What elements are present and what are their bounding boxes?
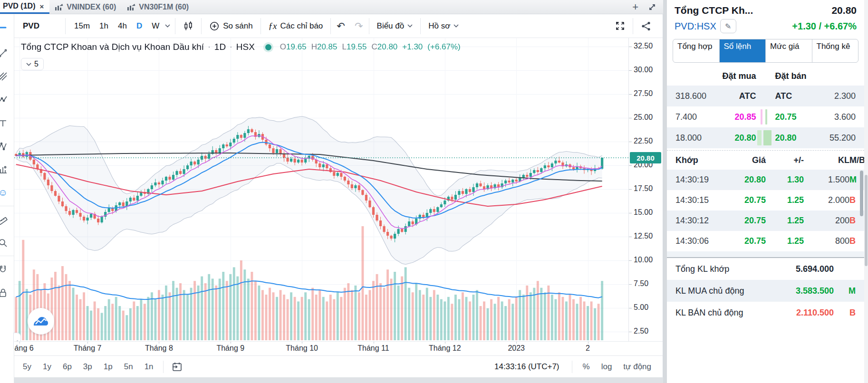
chevron-down-icon[interactable] <box>165 24 170 28</box>
range-6m[interactable]: 6p <box>57 359 77 374</box>
log-scale-button[interactable]: log <box>597 359 617 374</box>
text-tool-icon[interactable] <box>0 111 12 134</box>
trade-row[interactable]: 14:30:15 20.75 1.25 2.000 B <box>667 190 864 211</box>
summary-label: KL MUA chủ động <box>675 286 762 296</box>
edit-symbol-button[interactable]: ✎ <box>720 19 736 33</box>
book-row[interactable]: 7.400 20.85 20.75 3.600 <box>667 106 864 127</box>
emoji-tool-icon[interactable]: ☺ <box>0 181 12 204</box>
page-scrollbar-thumb[interactable] <box>865 175 868 266</box>
chevron-down-icon <box>407 24 413 28</box>
time-tick-label: 2023 <box>508 344 525 353</box>
interval-1d[interactable]: D <box>133 19 146 33</box>
lock-tool-icon[interactable] <box>0 281 12 304</box>
trade-change: 1.25 <box>766 195 804 205</box>
order-book-header: Đặt mua Đặt bán <box>667 67 864 86</box>
tab-statistics[interactable]: Thống kê <box>812 39 858 62</box>
indicators-collapse-button[interactable]: 5 <box>21 58 44 70</box>
time-tick-label: 2 <box>586 344 590 353</box>
buy-price: ATC <box>713 91 756 101</box>
redo-icon[interactable]: ↷ <box>350 20 368 32</box>
trade-row[interactable]: 14:30:12 20.75 1.25 200 B <box>667 211 864 231</box>
tab-pvd[interactable]: PVD (1D) × <box>0 0 49 14</box>
auto-scale-button[interactable]: tự động <box>618 359 656 374</box>
book-row[interactable]: 18.000 20.80 20.80 55.200 <box>667 127 864 148</box>
price-chart[interactable]: 32.5030.0027.5025.0022.5020.0017.5015.00… <box>14 38 663 341</box>
price-chart-canvas[interactable] <box>14 38 629 341</box>
tab-price-levels[interactable]: Mức giá <box>766 39 812 62</box>
chart-menu-button[interactable]: Biểu đồ <box>370 18 420 34</box>
time-tick <box>231 342 231 344</box>
price-tick-label: 10.00 <box>629 256 663 264</box>
tab-vnindex-label: VNINDEX (60) <box>67 3 116 11</box>
price-tick-label: 7.50 <box>629 279 663 288</box>
trade-row-clipped[interactable]: 14:30:04 20.80 1.30 1.000 M <box>667 251 864 257</box>
fullscreen-button[interactable] <box>608 18 632 34</box>
trade-price: 20.80 <box>725 257 766 257</box>
percent-scale-button[interactable]: % <box>578 359 595 374</box>
drawing-tools-rail: ☺ <box>0 14 14 383</box>
trade-row[interactable]: 14:30:06 20.75 1.25 800 B <box>667 231 864 251</box>
sell-price: ATC <box>775 91 819 101</box>
compare-button[interactable]: So sánh <box>203 18 259 34</box>
legend-separator: · <box>230 42 232 52</box>
zoom-tool-icon[interactable] <box>0 231 12 254</box>
summary-row: Tổng KL khớp 5.694.000 <box>667 258 864 280</box>
chart-style-button[interactable] <box>176 18 200 34</box>
range-1y[interactable]: 1y <box>37 359 57 374</box>
ticker-label[interactable]: PVD:HSX <box>675 21 716 32</box>
tab-overview[interactable]: Tổng hợp <box>673 39 720 62</box>
legend-title[interactable]: Tổng CTCP Khoan và Dịch vụ Khoan Dầu khí <box>21 42 204 52</box>
range-1d[interactable]: 1n <box>139 359 159 374</box>
xabcd-tool-icon[interactable] <box>0 134 12 158</box>
price-tick-label: 15.00 <box>629 208 663 217</box>
chart-legend: Tổng CTCP Khoan và Dịch vụ Khoan Dầu khí… <box>21 42 461 52</box>
trade-side: B <box>849 216 856 226</box>
measure-tool-icon[interactable] <box>0 208 12 231</box>
time-tick-label: Tháng 11 <box>357 344 389 353</box>
indicators-button[interactable]: ƒx Các chỉ báo <box>262 18 330 34</box>
interval-1w[interactable]: W <box>148 19 163 33</box>
range-3m[interactable]: 3p <box>77 359 98 374</box>
tab-order-book[interactable]: Sổ lệnh <box>720 39 766 62</box>
indicator-count: 5 <box>34 60 39 68</box>
cursor-tool-icon[interactable] <box>0 18 12 41</box>
pattern-tool-icon[interactable] <box>0 88 12 111</box>
tab-vnindex[interactable]: VNINDEX (60) <box>49 0 122 14</box>
col-price: Giá <box>725 155 766 165</box>
symbol-last-price: 20.80 <box>831 5 857 16</box>
clock-utc[interactable]: 14:33:16 (UTC+7) <box>494 362 566 372</box>
trade-change: 1.30 <box>766 175 804 185</box>
goto-date-icon[interactable] <box>171 362 183 372</box>
trade-price: 20.75 <box>725 236 766 246</box>
share-button[interactable] <box>634 18 658 34</box>
interval-15m[interactable]: 15m <box>70 19 94 33</box>
magnet-tool-icon[interactable] <box>0 258 12 281</box>
time-tick <box>302 342 302 344</box>
trade-volume: 200 <box>804 216 849 226</box>
range-5y[interactable]: 5y <box>17 359 37 374</box>
depth-gap <box>756 86 775 106</box>
book-row[interactable]: 318.600 ATC ATC 2.300 <box>667 86 864 106</box>
price-axis[interactable]: 32.5030.0027.5025.0022.5020.0017.5015.00… <box>628 38 663 341</box>
pitchfork-tool-icon[interactable] <box>0 65 12 88</box>
tab-close-icon[interactable]: × <box>39 2 44 10</box>
interval-1h[interactable]: 1h <box>96 19 112 33</box>
panel-divider[interactable] <box>663 0 667 383</box>
trade-row[interactable]: 14:30:19 20.80 1.30 1.500 M <box>667 170 864 190</box>
interval-4h[interactable]: 4h <box>114 19 131 33</box>
forecast-tool-icon[interactable] <box>0 158 12 181</box>
bottom-bar-divider <box>572 361 572 373</box>
tab-vn30f1m[interactable]: VN30F1M (60) <box>122 0 194 14</box>
trendline-tool-icon[interactable] <box>0 41 12 65</box>
price-tick-label: 27.50 <box>629 89 663 98</box>
time-axis[interactable]: Tháng 6Tháng 7Tháng 8Tháng 9Tháng 10Thán… <box>14 341 663 355</box>
range-5d[interactable]: 5n <box>118 359 139 374</box>
trades-scrollbar-thumb[interactable] <box>860 171 863 216</box>
symbol-button[interactable]: PVD <box>14 21 64 31</box>
profile-menu-button[interactable]: Hồ sơ <box>422 18 465 34</box>
undo-icon[interactable]: ↶ <box>332 20 350 32</box>
range-1m[interactable]: 1p <box>98 359 118 374</box>
page-scrollbar[interactable] <box>864 0 868 383</box>
add-tab-icon[interactable]: + <box>632 2 638 12</box>
resize-panel-icon[interactable] <box>648 3 656 11</box>
